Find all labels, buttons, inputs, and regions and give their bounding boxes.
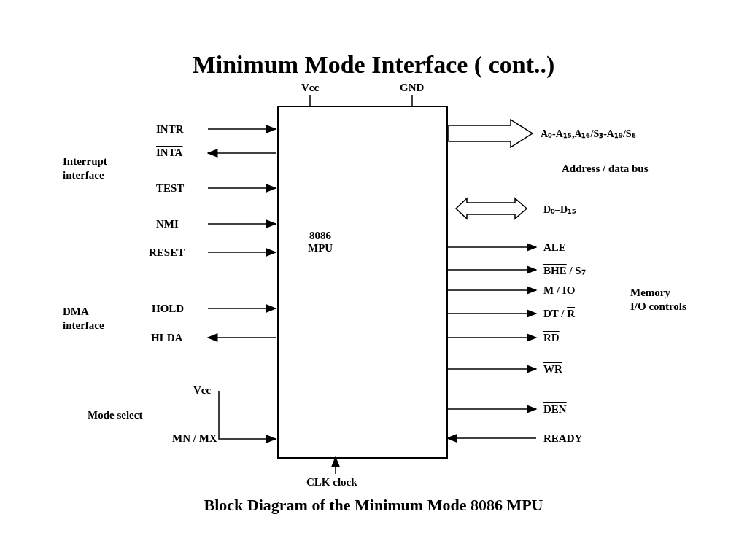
diagram-svg [0, 0, 747, 560]
